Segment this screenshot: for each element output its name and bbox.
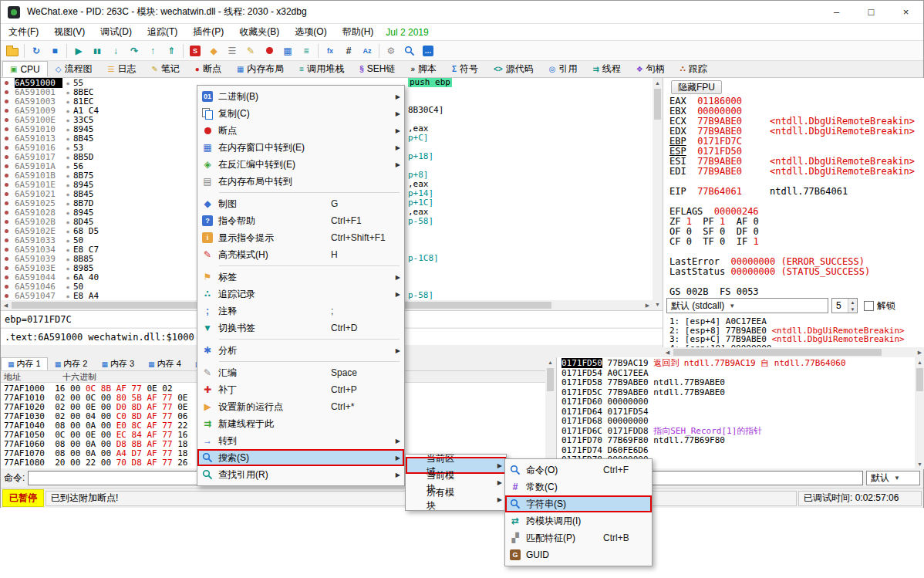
open-file-icon-button[interactable] xyxy=(3,42,22,59)
breakpoint-dot-icon[interactable] xyxy=(1,257,12,261)
search-icon-button[interactable] xyxy=(400,42,419,59)
tab-线程[interactable]: ⇉线程 xyxy=(585,61,628,77)
menubar-item[interactable]: 插件(P) xyxy=(185,23,231,41)
breakpoint-dot-icon[interactable] xyxy=(1,100,12,103)
spin-up-icon[interactable]: ▲ xyxy=(848,299,857,306)
context-menu-item[interactable]: ▦在内存窗口中转到(E)▶ xyxy=(197,139,404,156)
fx-icon-button[interactable]: fx xyxy=(321,42,339,59)
breakpoint-dot-icon[interactable] xyxy=(1,285,12,289)
breakpoint-dot-icon[interactable] xyxy=(1,81,12,85)
dump-tab-内存 1[interactable]: ▦内存 1 xyxy=(1,357,48,370)
command-profile-select[interactable]: 默认▼ xyxy=(866,471,920,485)
menubar-item[interactable]: 收藏夹(B) xyxy=(231,23,287,41)
tab-流程图[interactable]: ◇流程图 xyxy=(48,61,100,77)
gear-icon-button[interactable]: ⚙ xyxy=(382,42,400,59)
tab-调用堆栈[interactable]: ≡调用堆栈 xyxy=(292,61,352,77)
menubar-item[interactable]: 选项(O) xyxy=(287,23,334,41)
breakpoint-dot-icon[interactable] xyxy=(1,220,12,224)
breakpoint-dot-icon[interactable] xyxy=(1,192,12,196)
context-menu-item[interactable]: 查找引用(R)▶ xyxy=(197,466,404,483)
context-menu-item[interactable]: ;注释; xyxy=(197,303,404,319)
context-menu-item[interactable]: ⇉新建线程于此 xyxy=(197,415,404,432)
breakpoint-dot-icon[interactable] xyxy=(1,127,12,131)
breakpoint-dot-icon[interactable] xyxy=(1,146,12,150)
context-menu-item[interactable]: ⚑标签▶ xyxy=(197,269,404,286)
tab-脚本[interactable]: »脚本 xyxy=(403,61,444,77)
step-over-icon-button[interactable]: ↷ xyxy=(125,42,143,59)
unlock-checkbox[interactable] xyxy=(864,301,874,311)
hash-icon-button[interactable]: # xyxy=(339,42,358,59)
context-menu-item[interactable]: 断点▶ xyxy=(197,122,404,139)
context-menu-item[interactable]: ▶设置新的运行点Ctrl+* xyxy=(197,398,404,415)
tab-跟踪[interactable]: ∴跟踪 xyxy=(673,61,715,77)
breakpoint-dot-icon[interactable] xyxy=(1,137,12,140)
breakpoint-dot-icon[interactable] xyxy=(1,109,12,113)
log-icon-button[interactable]: ☰ xyxy=(223,42,241,59)
run-icon-button[interactable]: ▶ xyxy=(69,42,88,59)
menubar-item[interactable]: 追踪(T) xyxy=(140,23,185,41)
tab-句柄[interactable]: ❖句柄 xyxy=(629,61,673,77)
search-type-item[interactable]: ▞匹配特征(P)Ctrl+B xyxy=(505,529,652,546)
context-menu-item[interactable]: ✎汇编Space xyxy=(197,364,404,381)
menubar-item[interactable]: 调试(D) xyxy=(93,23,140,41)
chat-icon-button[interactable]: … xyxy=(419,42,437,59)
context-menu-item[interactable]: ✎高亮模式(H)H xyxy=(197,246,404,263)
context-menu-item[interactable]: 复制(C)▶ xyxy=(197,105,404,122)
minimize-button[interactable]: – xyxy=(819,1,854,24)
maximize-button[interactable]: □ xyxy=(854,1,889,24)
breakpoint-dot-icon[interactable] xyxy=(1,248,12,252)
breakpoint-dot-icon[interactable] xyxy=(1,229,12,233)
dump-tab-内存 2[interactable]: ▦内存 2 xyxy=(48,357,95,370)
tab-日志[interactable]: ☰日志 xyxy=(100,61,144,77)
graph-icon-button[interactable]: ◆ xyxy=(204,42,223,59)
context-menu-item[interactable]: 搜索(S)▶ xyxy=(197,449,404,466)
context-menu-item[interactable]: →转到▶ xyxy=(197,432,404,449)
tab-源代码[interactable]: <>源代码 xyxy=(486,61,541,77)
search-type-item[interactable]: 命令(O)Ctrl+F xyxy=(505,461,652,478)
call-stack-icon-button[interactable]: ≡ xyxy=(297,42,315,59)
step-into-icon-button[interactable]: ↓ xyxy=(106,42,125,59)
breakpoint-dot-icon[interactable] xyxy=(1,118,12,122)
context-menu-item[interactable]: ∴追踪记录▶ xyxy=(197,286,404,303)
search-type-item[interactable]: #常数(C) xyxy=(505,478,652,495)
tab-内存布局[interactable]: ▦内存布局 xyxy=(229,61,292,77)
tab-CPU[interactable]: ▣CPU xyxy=(2,61,48,77)
tab-笔记[interactable]: ✎笔记 xyxy=(143,61,187,77)
stack-pane[interactable]: 0171FD50 77B9AC19 返回到 ntdll.77B9AC19 自 n… xyxy=(556,357,915,469)
tab-SEH链[interactable]: §SEH链 xyxy=(352,61,403,77)
breakpoints-icon-button[interactable] xyxy=(260,42,278,59)
context-menu-item[interactable]: 01二进制(B)▶ xyxy=(197,88,404,105)
breakpoint-dot-icon[interactable] xyxy=(1,275,12,279)
arguments-horizontal-scrollbar[interactable]: ◀ ▶ xyxy=(663,347,924,357)
breakpoint-dot-icon[interactable] xyxy=(1,201,12,205)
register-line[interactable]: EDI 77B9ABE0 <ntdll.DbgUiRemoteBreakin> xyxy=(669,167,915,177)
settings-icon-button[interactable]: S xyxy=(186,42,204,59)
context-menu-item[interactable]: ▤在内存布局中转到 xyxy=(197,173,404,190)
context-menu-item[interactable]: ▼切换书签Ctrl+D xyxy=(197,319,404,336)
breakpoint-dot-icon[interactable] xyxy=(1,211,12,215)
pause-icon-button[interactable]: ▮▮ xyxy=(88,42,106,59)
context-menu-item[interactable]: ✚补丁Ctrl+P xyxy=(197,381,404,398)
search-type-item[interactable]: ⇄跨模块调用(I) xyxy=(505,512,652,529)
stop-icon-button[interactable]: ■ xyxy=(46,42,64,59)
context-menu-item[interactable]: i显示指令提示Ctrl+Shift+F1 xyxy=(197,229,404,246)
register-line[interactable]: CF 0 TF 0 IF 1 xyxy=(669,237,915,247)
az-icon-button[interactable]: Az xyxy=(358,42,376,59)
notes-icon-button[interactable]: ✎ xyxy=(241,42,260,59)
tab-符号[interactable]: Σ符号 xyxy=(444,61,486,77)
argument-depth-stepper[interactable]: 5 ▲▼ xyxy=(831,298,858,313)
breakpoint-dot-icon[interactable] xyxy=(1,155,12,159)
menubar-item[interactable]: 帮助(H) xyxy=(335,23,382,41)
tab-引用[interactable]: ◎引用 xyxy=(541,61,585,77)
dump-tab-内存 4[interactable]: ▦内存 4 xyxy=(141,357,188,370)
hide-fpu-button[interactable]: 隐藏FPU xyxy=(671,80,722,94)
context-menu-item[interactable]: ?指令帮助Ctrl+F1 xyxy=(197,212,404,229)
dump-tab-内存 3[interactable]: ▦内存 3 xyxy=(94,357,141,370)
step-out-icon-button[interactable]: ⇑ xyxy=(162,42,180,59)
breakpoint-dot-icon[interactable] xyxy=(1,183,12,187)
context-menu-item[interactable]: ◈在反汇编中转到(E)▶ xyxy=(197,156,404,173)
tab-断点[interactable]: ●断点 xyxy=(187,61,229,77)
breakpoint-dot-icon[interactable] xyxy=(1,174,12,177)
dump-vertical-scrollbar[interactable]: ▲ ▼ xyxy=(545,357,555,469)
memory-map-icon-button[interactable]: ▦ xyxy=(278,42,297,59)
